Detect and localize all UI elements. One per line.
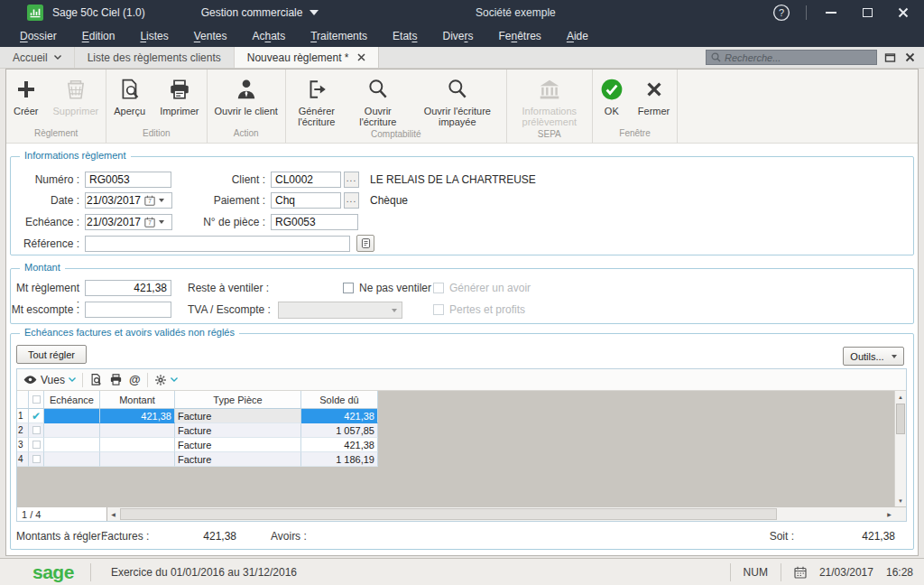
table-row[interactable]: 1✔421,38Facture421,38: [17, 409, 379, 423]
table-row[interactable]: 4Facture1 186,19: [17, 452, 379, 467]
outils-button[interactable]: Outils...: [843, 347, 904, 366]
row-checkbox[interactable]: [29, 423, 44, 438]
cell-montant[interactable]: [100, 423, 175, 438]
table-settings-button[interactable]: [154, 374, 178, 386]
cell-echeance[interactable]: [44, 423, 100, 438]
float-window-icon[interactable]: [884, 52, 896, 63]
vertical-scrollbar[interactable]: ▲ ▼: [894, 391, 906, 506]
menu-dossier[interactable]: Dossier: [7, 30, 69, 42]
tab-liste-reglements[interactable]: Liste des règlements clients: [75, 47, 235, 68]
tab-nouveau-reglement[interactable]: Nouveau règlement *: [235, 47, 379, 68]
cell-echeance[interactable]: [44, 438, 100, 452]
cell-solde[interactable]: 1 186,19: [301, 452, 378, 467]
date-field[interactable]: 21/03/2017 7: [85, 192, 172, 209]
menu-etats[interactable]: Etats: [380, 30, 430, 42]
help-icon[interactable]: ?: [770, 4, 793, 22]
header-checkbox[interactable]: [29, 391, 44, 409]
ouvrir-ecriture-button[interactable]: Ouvrir l'écriture: [347, 70, 409, 127]
cell-echeance[interactable]: [44, 452, 100, 467]
mt-reglement-field[interactable]: 421,38: [85, 280, 171, 296]
row-checkbox[interactable]: [29, 452, 44, 467]
cell-type[interactable]: Facture: [175, 409, 301, 423]
ouvrir-ecriture-impayee-button[interactable]: Ouvrir l'écriture impayée: [409, 70, 506, 127]
row-check-icon[interactable]: ✔: [29, 409, 44, 423]
generer-ecriture-button[interactable]: Générer l'écriture: [286, 70, 347, 127]
ok-button[interactable]: OK: [593, 70, 631, 116]
close-button[interactable]: [892, 4, 915, 22]
supprimer-button[interactable]: Supprimer: [46, 70, 106, 116]
cell-type[interactable]: Facture: [175, 423, 301, 438]
close-tab-icon[interactable]: [357, 53, 365, 61]
minimize-button[interactable]: [819, 4, 843, 22]
maximize-button[interactable]: [855, 4, 879, 22]
fermer-button[interactable]: Fermer: [631, 70, 677, 116]
search-input[interactable]: [725, 52, 872, 63]
tab-accueil[interactable]: Accueil: [0, 47, 75, 68]
header-solde-du[interactable]: Solde dû: [301, 391, 378, 409]
menu-fenêtres[interactable]: Fenêtres: [485, 30, 553, 42]
generer-avoir-checkbox[interactable]: [433, 283, 444, 293]
client-field[interactable]: CL0002: [271, 172, 341, 188]
ne-pas-ventiler-checkbox[interactable]: [343, 283, 354, 293]
scrollbar-thumb[interactable]: [896, 404, 905, 434]
chevron-down-icon[interactable]: [159, 199, 164, 202]
reference-field[interactable]: [85, 236, 350, 252]
ouvrir-client-button[interactable]: Ouvrir le client: [208, 70, 285, 116]
informations-prelevement-button[interactable]: Informations prélèvement: [507, 70, 592, 127]
header-montant[interactable]: Montant: [100, 391, 175, 409]
menu-edition[interactable]: Edition: [69, 30, 128, 42]
mt-escompte-field[interactable]: [85, 302, 171, 318]
menu-aide[interactable]: Aide: [554, 30, 601, 42]
header-echeance[interactable]: Echéance: [44, 391, 100, 409]
row-checkbox[interactable]: [29, 438, 44, 452]
cell-type[interactable]: Facture: [175, 452, 301, 467]
paiement-lookup-button[interactable]: ...: [344, 192, 359, 209]
header-row-number[interactable]: [17, 391, 29, 409]
table-row[interactable]: 2Facture1 057,85: [17, 423, 379, 438]
close-pane-icon[interactable]: [905, 52, 915, 62]
menu-listes[interactable]: Listes: [127, 30, 180, 42]
menu-achats[interactable]: Achats: [239, 30, 298, 42]
scroll-up-icon[interactable]: ▲: [895, 391, 906, 403]
table-print-button[interactable]: [109, 373, 123, 386]
cell-montant[interactable]: 421,38: [100, 409, 175, 423]
creer-button[interactable]: Créer: [6, 70, 46, 116]
echeance-field[interactable]: 21/03/2017 7: [85, 214, 172, 230]
cell-solde[interactable]: 421,38: [301, 438, 378, 452]
cell-solde[interactable]: 421,38: [301, 409, 378, 423]
table-preview-button[interactable]: [89, 373, 103, 386]
module-selector[interactable]: Gestion commerciale: [201, 6, 319, 19]
tva-escompte-select[interactable]: [278, 302, 402, 319]
scroll-left-icon[interactable]: ◀: [107, 507, 119, 521]
cell-montant[interactable]: [100, 452, 175, 467]
cell-num[interactable]: 4: [17, 452, 29, 467]
menu-ventes[interactable]: Ventes: [181, 30, 240, 42]
scroll-down-icon[interactable]: ▼: [895, 495, 906, 506]
cell-montant[interactable]: [100, 438, 175, 452]
client-lookup-button[interactable]: ...: [344, 172, 359, 188]
scroll-right-icon[interactable]: ▶: [883, 507, 895, 521]
horizontal-scrollbar[interactable]: [119, 507, 883, 521]
table-row[interactable]: 3Facture421,38: [17, 438, 379, 452]
cell-solde[interactable]: 1 057,85: [301, 423, 378, 438]
apercu-button[interactable]: Aperçu: [106, 70, 152, 116]
email-button[interactable]: @: [129, 373, 141, 386]
vues-button[interactable]: Vues: [23, 374, 76, 386]
paiement-field[interactable]: Chq: [271, 192, 341, 209]
note-button[interactable]: [356, 235, 374, 252]
header-type-piece[interactable]: Type Pièce: [175, 391, 301, 409]
menu-traitements[interactable]: Traitements: [298, 30, 380, 42]
scrollbar-thumb[interactable]: [120, 508, 777, 520]
imprimer-button[interactable]: Imprimer: [152, 70, 206, 116]
cell-type[interactable]: Facture: [175, 438, 301, 452]
menu-divers[interactable]: Divers: [430, 30, 485, 42]
cell-num[interactable]: 1: [17, 409, 29, 423]
tout-regler-button[interactable]: Tout régler: [16, 345, 87, 364]
pertes-profits-checkbox[interactable]: [433, 304, 444, 315]
cell-num[interactable]: 2: [17, 423, 29, 438]
cell-num[interactable]: 3: [17, 438, 29, 452]
piece-field[interactable]: RG0053: [271, 214, 358, 230]
numero-field[interactable]: RG0053: [85, 172, 171, 188]
chevron-down-icon[interactable]: [159, 220, 164, 224]
cell-echeance[interactable]: [44, 409, 100, 423]
